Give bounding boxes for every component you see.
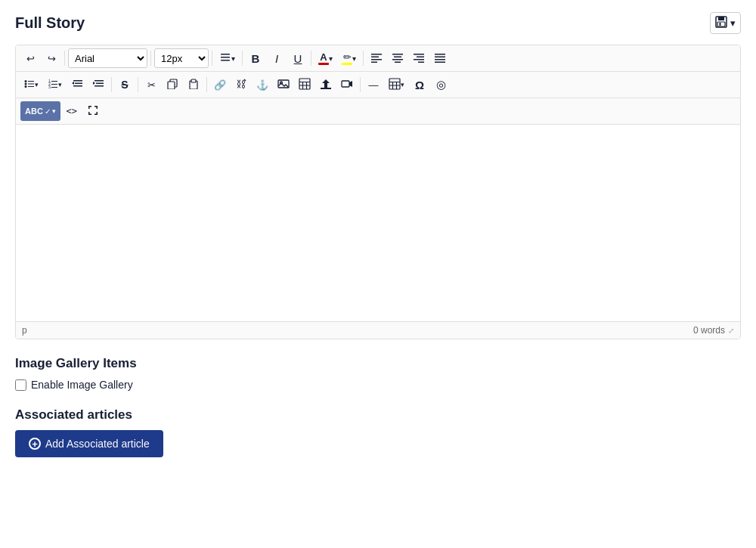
- svg-rect-19: [435, 54, 445, 55]
- spellcheck-button[interactable]: ABC ✓ ▾: [20, 101, 60, 121]
- highlight-dropdown-icon: ▾: [352, 54, 356, 63]
- divider-9: [206, 77, 207, 92]
- page-container: Full Story ▾ ↩ ↪ Ar: [0, 0, 756, 548]
- unordered-list-button[interactable]: ▾: [20, 75, 42, 94]
- font-color-button[interactable]: A ▾: [314, 48, 336, 68]
- svg-rect-12: [394, 56, 401, 57]
- anchor-button[interactable]: ⚓: [253, 75, 272, 94]
- svg-rect-4: [221, 54, 230, 55]
- table-button[interactable]: [295, 75, 314, 94]
- svg-rect-7: [371, 54, 382, 55]
- toolbar-row-3: ABC ✓ ▾ <>: [16, 98, 740, 125]
- paste-button[interactable]: [184, 75, 203, 94]
- ordered-list-button[interactable]: 1. 2. 3. ▾: [44, 75, 66, 94]
- outdent-button[interactable]: [67, 75, 87, 94]
- unlink-button[interactable]: ⛓: [231, 75, 251, 94]
- svg-text:3.: 3.: [48, 85, 51, 89]
- insert-table2-dropdown-icon: ▾: [401, 81, 404, 88]
- strikethrough-button[interactable]: S: [115, 75, 135, 94]
- line-height-button[interactable]: ▾: [215, 48, 239, 68]
- upload-icon: [320, 78, 332, 92]
- italic-icon: I: [275, 52, 278, 65]
- align-right-button[interactable]: [409, 48, 429, 68]
- svg-rect-21: [435, 59, 445, 60]
- anchor-icon: ⚓: [256, 79, 268, 91]
- highlight-button[interactable]: ✏ ▾: [338, 48, 360, 68]
- svg-rect-10: [371, 61, 377, 63]
- target-button[interactable]: ◎: [431, 75, 451, 94]
- add-associated-article-button[interactable]: + Add Associated article: [15, 430, 163, 457]
- svg-rect-14: [395, 61, 401, 63]
- svg-rect-16: [417, 56, 424, 57]
- resize-handle-icon[interactable]: ⤢: [728, 327, 734, 335]
- fullscreen-button[interactable]: [83, 101, 103, 121]
- svg-rect-18: [418, 61, 424, 63]
- enable-gallery-label[interactable]: Enable Image Gallery: [15, 379, 741, 391]
- svg-rect-11: [392, 54, 403, 55]
- hr-button[interactable]: —: [364, 75, 383, 94]
- paste-icon: [188, 79, 199, 91]
- svg-rect-2: [717, 22, 725, 26]
- indent-button[interactable]: [88, 75, 108, 94]
- enable-gallery-checkbox[interactable]: [15, 379, 26, 391]
- line-height-icon: [219, 51, 231, 66]
- link-button[interactable]: 🔗: [210, 75, 230, 94]
- svg-rect-32: [51, 84, 57, 85]
- divider-2: [150, 51, 151, 66]
- redo-button[interactable]: ↪: [42, 48, 61, 68]
- align-center-icon: [392, 51, 404, 66]
- svg-rect-30: [51, 81, 57, 82]
- svg-marker-66: [94, 106, 98, 109]
- insert-table2-button[interactable]: ▾: [385, 75, 408, 94]
- svg-rect-57: [321, 88, 331, 89]
- svg-rect-13: [392, 59, 403, 60]
- cut-button[interactable]: ✂: [141, 75, 161, 94]
- copy-button[interactable]: [163, 75, 182, 94]
- word-count: 0 words: [693, 325, 725, 336]
- outdent-icon: [71, 78, 83, 92]
- divider-5: [311, 51, 311, 66]
- underline-button[interactable]: U: [288, 48, 308, 68]
- special-char-button[interactable]: Ω: [410, 75, 429, 94]
- image-button[interactable]: [274, 75, 293, 94]
- video-button[interactable]: [337, 75, 357, 94]
- svg-marker-67: [88, 112, 91, 115]
- associated-articles-title: Associated articles: [15, 407, 741, 423]
- svg-rect-46: [191, 79, 196, 82]
- divider-6: [363, 51, 364, 66]
- divider-7: [111, 77, 112, 92]
- line-height-dropdown-icon: ▾: [231, 54, 235, 63]
- align-right-icon: [413, 51, 425, 66]
- ordered-list-icon: 1. 2. 3.: [48, 79, 58, 91]
- image-gallery-title: Image Gallery Items: [15, 356, 741, 371]
- font-family-select[interactable]: Arial Helvetica Times New Roman Georgia …: [68, 48, 147, 68]
- editor-wrapper: ↩ ↪ Arial Helvetica Times New Roman Geor…: [15, 45, 741, 339]
- table-icon: [299, 78, 311, 92]
- svg-rect-60: [389, 79, 400, 89]
- undo-button[interactable]: ↩: [20, 48, 40, 68]
- align-left-button[interactable]: [367, 48, 386, 68]
- save-dropdown-button[interactable]: ▾: [710, 12, 741, 34]
- svg-marker-42: [93, 82, 95, 85]
- align-justify-icon: [434, 51, 446, 66]
- source-code-button[interactable]: <>: [62, 101, 82, 121]
- chevron-down-icon: ▾: [730, 17, 736, 29]
- align-center-button[interactable]: [388, 48, 407, 68]
- italic-button[interactable]: I: [267, 48, 287, 68]
- editor-content[interactable]: [16, 125, 740, 321]
- bold-button[interactable]: B: [246, 48, 265, 68]
- font-color-icon: A: [318, 51, 329, 65]
- align-justify-button[interactable]: [430, 48, 450, 68]
- svg-marker-56: [322, 79, 330, 88]
- font-size-select[interactable]: 8px 10px 12px 14px 16px 18px 24px 36px: [154, 48, 209, 68]
- svg-rect-36: [75, 82, 82, 84]
- toolbar-row-2: ▾ 1. 2. 3. ▾: [16, 72, 740, 98]
- svg-marker-65: [88, 106, 91, 109]
- svg-rect-22: [435, 61, 445, 63]
- enable-gallery-text: Enable Image Gallery: [31, 379, 133, 391]
- svg-rect-51: [299, 79, 310, 89]
- upload-button[interactable]: [316, 75, 336, 94]
- divider-10: [360, 77, 361, 92]
- spellcheck-check-icon: ✓: [45, 107, 51, 116]
- svg-rect-37: [73, 85, 82, 87]
